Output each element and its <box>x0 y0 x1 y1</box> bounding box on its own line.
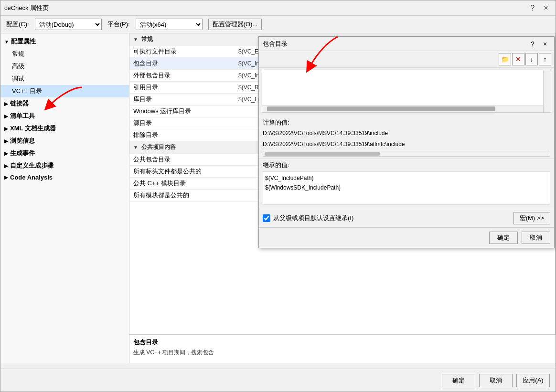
config-manager-button[interactable]: 配置管理器(O)... <box>208 19 262 30</box>
dialog-title: 包含目录 <box>263 40 288 48</box>
dialog-ok-button[interactable]: 确定 <box>489 232 518 244</box>
sidebar-item-vc-dirs[interactable]: VC++ 目录 <box>0 85 129 97</box>
sidebar-item-code-analysis[interactable]: ▶ Code Analysis <box>0 172 129 183</box>
dialog-footer: 确定 取消 <box>259 227 554 248</box>
prop-name: Windows 运行库目录 <box>129 106 235 117</box>
dialog-close-button[interactable]: × <box>540 39 550 49</box>
sidebar-item-linker[interactable]: ▶ 链接器 <box>0 97 129 110</box>
config-bar: 配置(C): 活动(Debug) 平台(P): 活动(x64) 配置管理器(O)… <box>0 16 556 33</box>
sidebar-item-label: XML 文档生成器 <box>10 124 56 133</box>
sidebar-item-advanced[interactable]: 高级 <box>0 60 129 73</box>
sidebar-item-label: 链接器 <box>10 99 29 108</box>
browser-expand-icon: ▶ <box>4 138 8 144</box>
title-bar: ceCheck 属性页 ? × <box>0 0 556 16</box>
sidebar-item-label: VC++ 目录 <box>12 87 42 95</box>
sidebar-item-label: 常规 <box>12 50 24 58</box>
help-button[interactable]: ? <box>527 2 538 14</box>
close-button[interactable]: × <box>540 2 552 14</box>
sidebar-item-build-events[interactable]: ▶ 生成事件 <box>0 147 129 159</box>
calculated-label: 计算的值: <box>263 118 550 127</box>
sidebar-item-xml[interactable]: ▶ XML 文档生成器 <box>0 122 129 135</box>
dialog-calculated-section: 计算的值: D:\VS\2022\VC\Tools\MSVC\14.39.335… <box>259 115 554 159</box>
inherited-path-1: $(VC_IncludePath) <box>265 174 548 183</box>
sidebar-item-label: 清单工具 <box>10 112 35 120</box>
title-bar-controls: ? × <box>527 2 552 14</box>
inherited-path-2: $(WindowsSDK_IncludePath) <box>265 183 548 192</box>
dialog-list-area[interactable] <box>262 70 551 113</box>
sidebar-item-label: 高级 <box>12 62 24 71</box>
window-title: ceCheck 属性页 <box>4 4 49 12</box>
cancel-button[interactable]: 取消 <box>479 374 513 387</box>
calculated-path-1: D:\VS\2022\VC\Tools\MSVC\14.39.33519\inc… <box>263 129 550 138</box>
move-down-button[interactable]: ↓ <box>525 53 538 65</box>
bottom-bar: 确定 取消 应用(A) <box>0 369 556 392</box>
dialog-checkbox-row: 从父级或项目默认设置继承(I) 宏(M) >> <box>259 209 554 227</box>
dialog-title-controls: ? × <box>527 39 550 49</box>
sidebar-item-browser[interactable]: ▶ 浏览信息 <box>0 135 129 147</box>
apply-button[interactable]: 应用(A) <box>516 374 550 387</box>
sidebar-item-label: 生成事件 <box>10 149 35 158</box>
prop-name: 引用目录 <box>129 82 235 94</box>
dialog-vscrollbar[interactable] <box>543 70 551 112</box>
platform-label: 平台(P): <box>107 20 130 29</box>
sidebar-item-manifest[interactable]: ▶ 清单工具 <box>0 110 129 122</box>
general-expand-icon: ▼ <box>133 37 138 42</box>
sidebar-item-general[interactable]: 常规 <box>0 48 129 60</box>
calc-hscroll-thumb <box>265 152 380 156</box>
sidebar-item-label: 自定义生成步骤 <box>10 161 53 170</box>
sidebar-group-label: 配置属性 <box>11 37 36 46</box>
folder-button[interactable]: 📁 <box>499 53 511 65</box>
down-icon: ↓ <box>530 55 534 63</box>
public-expand-icon: ▼ <box>133 145 138 150</box>
inherited-label: 继承的值: <box>263 161 550 170</box>
ok-button[interactable]: 确定 <box>442 374 475 387</box>
linker-expand-icon: ▶ <box>4 101 8 106</box>
build-events-expand-icon: ▶ <box>4 151 8 156</box>
section-general-label: 常规 <box>141 36 153 42</box>
prop-name: 库目录 <box>129 94 235 106</box>
dialog-cancel-button[interactable]: 取消 <box>522 232 550 244</box>
desc-text: 生成 VC++ 项目期间，搜索包含 <box>133 349 552 357</box>
sidebar-item-label: 浏览信息 <box>10 137 35 145</box>
sidebar-item-label: Code Analysis <box>10 174 53 181</box>
platform-select[interactable]: 活动(x64) <box>136 19 203 30</box>
section-public-label: 公共项目内容 <box>141 144 176 150</box>
desc-title: 包含目录 <box>133 338 552 347</box>
prop-name: 排除目录 <box>129 129 235 141</box>
delete-button[interactable]: ✕ <box>512 53 524 65</box>
prop-name: 公共 C++ 模块目录 <box>129 178 235 190</box>
calc-hscrollbar[interactable] <box>263 151 550 157</box>
delete-icon: ✕ <box>515 55 521 63</box>
prop-name: 公共包含目录 <box>129 154 235 166</box>
dialog-toolbar: 📁 ✕ ↓ ↑ <box>259 51 554 68</box>
main-window: ceCheck 属性页 ? × 配置(C): 活动(Debug) 平台(P): … <box>0 0 556 392</box>
sidebar-item-debug[interactable]: 调试 <box>0 73 129 85</box>
inherited-paths: $(VC_IncludePath) $(WindowsSDK_IncludePa… <box>263 171 550 205</box>
config-label: 配置(C): <box>6 20 29 29</box>
code-analysis-expand-icon: ▶ <box>4 175 8 180</box>
hscroll-thumb <box>267 106 495 111</box>
move-up-button[interactable]: ↑ <box>539 53 551 65</box>
macro-button[interactable]: 宏(M) >> <box>513 212 550 224</box>
calculated-path-2: D:\VS\2022\VC\Tools\MSVC\14.39.33519\atl… <box>263 140 550 149</box>
prop-name: 源目录 <box>129 117 235 129</box>
dialog-help-button[interactable]: ? <box>527 39 538 49</box>
dialog-inherited-section: 继承的值: $(VC_IncludePath) $(WindowsSDK_Inc… <box>259 159 554 209</box>
prop-name: 包含目录 <box>129 58 235 70</box>
dialog-hscrollbar[interactable] <box>262 106 543 112</box>
desc-area: 包含目录 生成 VC++ 项目期间，搜索包含 <box>129 334 556 363</box>
prop-name: 外部包含目录 <box>129 70 235 82</box>
folder-icon: 📁 <box>501 55 509 63</box>
inherit-checkbox[interactable] <box>263 214 270 222</box>
xml-expand-icon: ▶ <box>4 126 8 131</box>
prop-name: 可执行文件目录 <box>129 46 235 58</box>
dialog-title-bar: 包含目录 ? × <box>259 37 554 51</box>
include-dirs-dialog: 包含目录 ? × 📁 ✕ ↓ ↑ <box>258 36 555 248</box>
config-select[interactable]: 活动(Debug) <box>35 19 102 30</box>
sidebar-item-custom-build[interactable]: ▶ 自定义生成步骤 <box>0 159 129 172</box>
sidebar: ▼ 配置属性 常规 高级 调试 VC++ 目录 ▶ 链接器 ▶ 清单工具 <box>0 33 129 363</box>
custom-build-expand-icon: ▶ <box>4 163 8 169</box>
inherit-checkbox-label: 从父级或项目默认设置继承(I) <box>273 214 353 222</box>
group-expand-icon: ▼ <box>4 39 9 44</box>
sidebar-group-header[interactable]: ▼ 配置属性 <box>0 35 129 48</box>
